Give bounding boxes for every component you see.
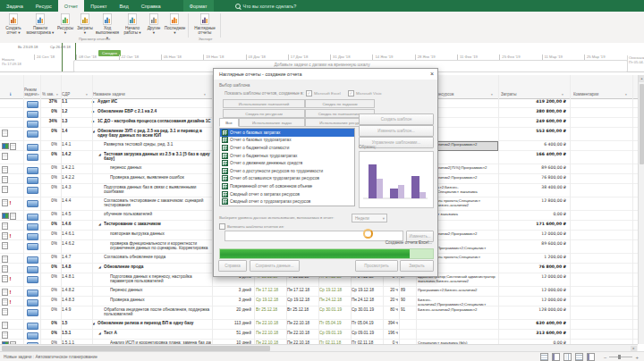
column-header-comments[interactable]: Комментарии — [573, 92, 623, 97]
report-view-icon[interactable] — [587, 353, 595, 361]
pct-complete-cell: 0% — [40, 198, 57, 203]
task-name-cell: Согласовать тестирование с заказчиком: с… — [104, 198, 211, 211]
help-button[interactable]: Справка — [218, 260, 247, 272]
dialog-tab-Сводка по ресурсам[interactable]: Сводка по ресурсам — [223, 109, 305, 118]
template-list-item[interactable]: Отчет о доступности ресурсов по трудоемк… — [220, 167, 354, 175]
task-usage-view-icon[interactable] — [552, 353, 560, 361]
column-header-indicators[interactable]: ℹ — [10, 92, 19, 97]
dialog-tab-Использование задач[interactable]: Использование задач — [239, 118, 305, 127]
tab-Проект[interactable]: Проект — [84, 0, 113, 12]
zoom-in-button[interactable]: + — [635, 355, 639, 360]
resource-sheet-view-icon[interactable] — [575, 353, 583, 361]
overallocation-alert-icon: ! — [10, 276, 12, 281]
column-header-pct-complete[interactable]: % зав. — [42, 92, 56, 97]
note-indicator-icon — [2, 153, 8, 160]
tab-Справка[interactable]: Справка — [135, 0, 167, 12]
wbs-cell: 1.4.3 — [62, 185, 91, 189]
template-list-item-label: Повременной отчет об освоенном объеме — [230, 184, 312, 189]
row-indicators — [2, 222, 8, 230]
work-cell: 20 ч — [384, 298, 398, 302]
task-name-cell: Развертка тестовой среды, ред. 3.1 — [104, 142, 211, 151]
template-list-item-label: Отчет о бюджетных трудозатратах — [230, 154, 297, 158]
overallocation-alert-icon: ! — [10, 233, 12, 239]
task-name-cell: Обработка инцидентов после обновления, п… — [104, 307, 211, 320]
wbs-cell: 1.4 — [62, 129, 91, 133]
dialog-button-1[interactable]: Изменить шаблон... — [359, 125, 434, 137]
template-list-item[interactable]: Отчет об оставшихся трудозатратах ресурс… — [220, 175, 354, 183]
cost-cell: 12 000,00 ₽ — [499, 288, 566, 292]
sample-chart — [359, 151, 434, 208]
overallocation-alert-icon: ! — [10, 290, 12, 295]
zoom-control[interactable]: − + — [604, 355, 639, 360]
task-name-cell: 1С ДО - настройка процесса согласования … — [97, 119, 211, 128]
template-list-item[interactable]: Отчет о базовых трудозатратах — [220, 137, 354, 145]
grid-vline — [61, 75, 62, 344]
excel-checkbox[interactable]: ✓Microsoft Excel — [306, 90, 341, 97]
dialog-tab-Использование назначений[interactable]: Использование назначений — [223, 99, 305, 108]
include-templates-checkbox[interactable]: Включить шаблоны отчетов из: — [219, 223, 284, 230]
template-list-item[interactable]: Отчет о бюджетных трудозатратах — [220, 152, 354, 160]
excel-template-icon — [222, 198, 228, 205]
tab-Задача[interactable]: Задача — [0, 0, 30, 12]
finish-cell: Пт 05.04.19 — [352, 321, 382, 325]
zoom-out-button[interactable]: − — [604, 355, 607, 360]
column-header-task-name[interactable]: Название задачи — [93, 92, 191, 97]
usage-level-dropdown[interactable]: Недели — [352, 214, 387, 222]
finish-baseline-cell: Ср 09.01.19 — [319, 331, 350, 335]
pct-complete-cell: 0% — [40, 129, 57, 133]
zoom-slider-thumb[interactable] — [618, 355, 621, 359]
dialog-close-button[interactable]: × — [430, 71, 434, 78]
expand-collapse-arrow[interactable]: ◢ — [98, 265, 101, 269]
row-indicators — [2, 308, 8, 315]
template-path-input[interactable] — [225, 231, 403, 241]
vertical-scrollbar-thumb[interactable] — [640, 84, 644, 164]
task-mode-icon — [27, 144, 38, 151]
note-indicator-icon — [2, 232, 8, 239]
task-mode-icon — [27, 256, 38, 264]
expand-collapse-arrow[interactable]: ◢ — [98, 332, 101, 335]
wbs-cell: 1.4.8 — [62, 264, 91, 269]
team-planner-view-icon[interactable] — [564, 353, 572, 361]
close-button[interactable]: Закрыть — [400, 260, 434, 272]
template-list-item[interactable]: Отчет о базовых затратах — [220, 129, 354, 137]
template-list-item[interactable]: Сводный отчет о затратах ресурсов — [220, 190, 354, 198]
tell-me-search[interactable]: Что вы хотите сделать? — [235, 0, 297, 12]
dialog-tab-Сводка по задачам[interactable]: Сводка по задачам — [305, 99, 375, 108]
expand-collapse-arrow[interactable]: ◢ — [98, 222, 101, 226]
dialog-tab-Все[interactable]: Все — [219, 118, 239, 127]
template-list-item[interactable]: Отчет о движении денежных средств — [220, 159, 354, 167]
visio-checkbox[interactable]: ✓Microsoft Visio — [348, 90, 381, 97]
ribbon-group-separator — [188, 13, 189, 38]
tab-Ресурс[interactable]: Ресурс — [30, 0, 58, 12]
column-header-cost[interactable]: Затраты — [501, 92, 558, 97]
overallocation-alert-icon: ! — [10, 200, 12, 206]
excel-checkbox-label: Microsoft Excel — [314, 91, 341, 96]
note-indicator-icon — [2, 176, 8, 183]
cost-cell: 380 800,00 ₽ — [499, 109, 566, 113]
scroll-up-arrow-icon[interactable]: ▴ — [639, 75, 644, 82]
tab-Отчет[interactable]: Отчет — [58, 0, 84, 12]
tab-Формат[interactable]: Формат — [183, 0, 214, 12]
wbs-cell: 1.5.1 — [62, 331, 91, 335]
filter-arrow-icon: ▾ — [38, 93, 39, 97]
timeline-hint: Добавьте задачи с датами на временную шк… — [0, 63, 644, 67]
tab-Вид[interactable]: Вид — [114, 0, 135, 12]
template-list-item[interactable]: Сводный отчет о трудозатратах ресурсов — [220, 197, 354, 206]
wbs-cell: 1.2 — [62, 109, 91, 113]
predecessors-cell: 89 — [401, 288, 415, 292]
task-mode-icon — [27, 243, 38, 250]
dialog-button-0[interactable]: Создать шаблон — [359, 113, 434, 125]
gantt-view-icon[interactable] — [540, 353, 548, 361]
view-button[interactable]: Просмотреть — [355, 260, 398, 272]
excel-template-icon — [222, 153, 228, 159]
template-list-item[interactable]: Повременной отчет об освоенном объеме — [220, 182, 354, 190]
expand-collapse-arrow[interactable]: ◢ — [98, 153, 101, 156]
zoom-slider[interactable] — [609, 357, 632, 357]
save-data-button[interactable]: Сохранить данные... — [250, 260, 300, 272]
note-indicator-icon — [2, 322, 8, 329]
table-indicator-icon — [2, 213, 9, 220]
template-list-item[interactable]: Отчет о бюджетной стоимости — [220, 144, 354, 152]
column-header-wbs[interactable]: СДР — [62, 92, 85, 97]
row-indicators — [2, 265, 8, 273]
vertical-scrollbar[interactable]: ▴ — [638, 75, 644, 344]
